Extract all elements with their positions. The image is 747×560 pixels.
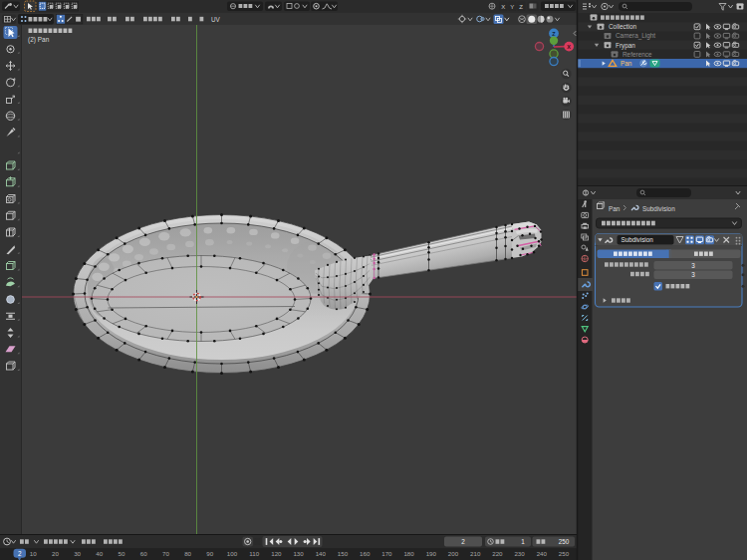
svg-text:80: 80	[184, 550, 191, 557]
svg-text:Z: Z	[519, 4, 523, 10]
svg-text:40: 40	[96, 550, 103, 557]
svg-text:230: 230	[514, 550, 525, 557]
svg-text:240: 240	[537, 550, 548, 557]
svg-text:210: 210	[470, 550, 481, 557]
svg-text:30: 30	[74, 550, 81, 557]
svg-text:90: 90	[206, 550, 213, 557]
svg-text:10: 10	[30, 550, 37, 557]
svg-text:Subdivision: Subdivision	[642, 205, 675, 212]
svg-text:250: 250	[559, 538, 570, 545]
svg-text:Collection: Collection	[609, 23, 637, 30]
svg-text:UV: UV	[211, 16, 221, 23]
svg-text:120: 120	[271, 550, 282, 557]
svg-text:Subdivision: Subdivision	[622, 236, 654, 243]
svg-text:150: 150	[338, 550, 349, 557]
svg-text:180: 180	[403, 550, 414, 557]
svg-text:50: 50	[119, 550, 125, 557]
svg-text:160: 160	[360, 550, 371, 557]
svg-text:(2) Pan: (2) Pan	[28, 36, 50, 44]
svg-text:X: X	[567, 44, 571, 50]
svg-text:250: 250	[559, 550, 570, 557]
svg-text:110: 110	[249, 550, 259, 557]
svg-text:Frypan: Frypan	[616, 42, 635, 50]
svg-text:Reference: Reference	[622, 51, 652, 58]
svg-text:Pan: Pan	[609, 205, 621, 212]
svg-text:190: 190	[426, 550, 437, 557]
svg-text:X: X	[501, 4, 505, 10]
svg-text:170: 170	[381, 550, 392, 557]
svg-text:130: 130	[293, 550, 304, 557]
svg-text:1: 1	[521, 538, 525, 545]
svg-text:3: 3	[691, 271, 695, 278]
svg-text:3: 3	[691, 262, 695, 269]
svg-text:70: 70	[162, 550, 169, 557]
svg-text:2: 2	[18, 550, 22, 557]
svg-text:200: 200	[448, 550, 459, 557]
svg-text:Camera_Light: Camera_Light	[616, 32, 655, 40]
svg-text:Pan: Pan	[621, 60, 632, 67]
svg-text:20: 20	[52, 550, 59, 557]
svg-text:100: 100	[227, 550, 238, 557]
svg-text:220: 220	[492, 550, 503, 557]
svg-text:140: 140	[316, 550, 327, 557]
svg-text:60: 60	[140, 550, 147, 557]
svg-text:2: 2	[461, 538, 465, 545]
svg-text:Y: Y	[510, 4, 514, 10]
